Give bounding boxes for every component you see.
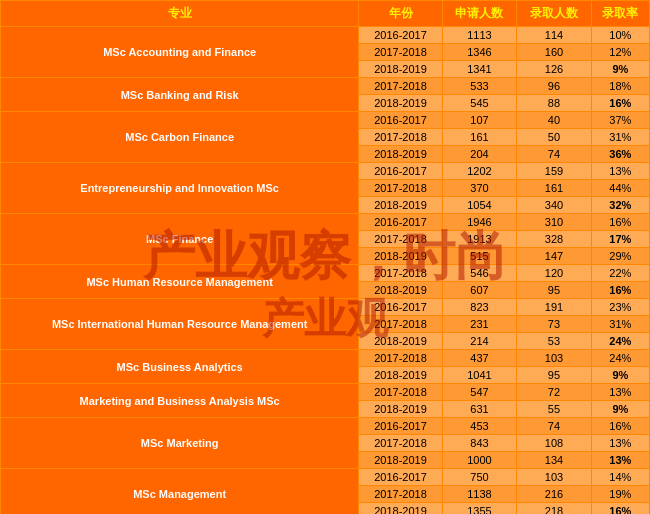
applied-cell: 204 [442, 146, 517, 163]
applied-cell: 370 [442, 180, 517, 197]
rate-cell: 44% [591, 180, 649, 197]
admitted-cell: 328 [517, 231, 592, 248]
rate-cell: 36% [591, 146, 649, 163]
year-cell: 2018-2019 [359, 503, 442, 515]
applied-cell: 843 [442, 435, 517, 452]
applied-cell: 1000 [442, 452, 517, 469]
year-cell: 2017-2018 [359, 435, 442, 452]
admitted-cell: 103 [517, 469, 592, 486]
program-name: Entrepreneurship and Innovation MSc [1, 163, 359, 214]
admitted-cell: 74 [517, 418, 592, 435]
admitted-cell: 160 [517, 44, 592, 61]
rate-cell: 12% [591, 44, 649, 61]
year-cell: 2018-2019 [359, 146, 442, 163]
admitted-cell: 108 [517, 435, 592, 452]
year-cell: 2017-2018 [359, 316, 442, 333]
rate-cell: 16% [591, 214, 649, 231]
applied-cell: 515 [442, 248, 517, 265]
rate-cell: 31% [591, 316, 649, 333]
year-cell: 2016-2017 [359, 214, 442, 231]
admitted-cell: 95 [517, 282, 592, 299]
year-cell: 2018-2019 [359, 248, 442, 265]
rate-cell: 16% [591, 282, 649, 299]
admitted-cell: 159 [517, 163, 592, 180]
year-cell: 2017-2018 [359, 265, 442, 282]
program-name: MSc Banking and Risk [1, 78, 359, 112]
applied-cell: 1346 [442, 44, 517, 61]
year-cell: 2016-2017 [359, 27, 442, 44]
admitted-cell: 55 [517, 401, 592, 418]
admitted-cell: 340 [517, 197, 592, 214]
rate-cell: 19% [591, 486, 649, 503]
admitted-cell: 134 [517, 452, 592, 469]
program-name: MSc Finance [1, 214, 359, 265]
applied-cell: 823 [442, 299, 517, 316]
rate-cell: 13% [591, 435, 649, 452]
year-cell: 2017-2018 [359, 350, 442, 367]
program-name: MSc Management [1, 469, 359, 515]
program-name: MSc Carbon Finance [1, 112, 359, 163]
year-cell: 2017-2018 [359, 78, 442, 95]
admitted-cell: 53 [517, 333, 592, 350]
rate-cell: 10% [591, 27, 649, 44]
admitted-cell: 40 [517, 112, 592, 129]
admitted-cell: 218 [517, 503, 592, 515]
year-cell: 2016-2017 [359, 163, 442, 180]
applied-cell: 545 [442, 95, 517, 112]
program-name: MSc Accounting and Finance [1, 27, 359, 78]
year-cell: 2018-2019 [359, 333, 442, 350]
applied-cell: 1054 [442, 197, 517, 214]
rate-cell: 16% [591, 418, 649, 435]
rate-cell: 37% [591, 112, 649, 129]
rate-cell: 24% [591, 350, 649, 367]
rate-cell: 13% [591, 452, 649, 469]
rate-cell: 9% [591, 61, 649, 78]
admitted-cell: 88 [517, 95, 592, 112]
year-cell: 2018-2019 [359, 401, 442, 418]
applied-cell: 750 [442, 469, 517, 486]
applied-cell: 1913 [442, 231, 517, 248]
year-cell: 2016-2017 [359, 469, 442, 486]
applied-cell: 161 [442, 129, 517, 146]
applied-cell: 214 [442, 333, 517, 350]
applied-cell: 453 [442, 418, 517, 435]
rate-cell: 29% [591, 248, 649, 265]
data-table: 专业 年份 申请人数 录取人数 录取率 MSc Accounting and F… [0, 0, 650, 514]
applied-cell: 631 [442, 401, 517, 418]
admitted-cell: 73 [517, 316, 592, 333]
year-cell: 2016-2017 [359, 112, 442, 129]
rate-cell: 22% [591, 265, 649, 282]
rate-cell: 16% [591, 95, 649, 112]
year-cell: 2018-2019 [359, 452, 442, 469]
applied-cell: 1041 [442, 367, 517, 384]
rate-cell: 9% [591, 401, 649, 418]
applied-cell: 437 [442, 350, 517, 367]
applied-cell: 231 [442, 316, 517, 333]
header-applied: 申请人数 [442, 1, 517, 27]
rate-cell: 13% [591, 163, 649, 180]
applied-cell: 533 [442, 78, 517, 95]
applied-cell: 107 [442, 112, 517, 129]
admitted-cell: 72 [517, 384, 592, 401]
rate-cell: 31% [591, 129, 649, 146]
rate-cell: 9% [591, 367, 649, 384]
year-cell: 2017-2018 [359, 384, 442, 401]
year-cell: 2018-2019 [359, 282, 442, 299]
rate-cell: 13% [591, 384, 649, 401]
admitted-cell: 114 [517, 27, 592, 44]
applied-cell: 1113 [442, 27, 517, 44]
admitted-cell: 120 [517, 265, 592, 282]
year-cell: 2018-2019 [359, 367, 442, 384]
year-cell: 2017-2018 [359, 231, 442, 248]
applied-cell: 607 [442, 282, 517, 299]
applied-cell: 547 [442, 384, 517, 401]
admitted-cell: 216 [517, 486, 592, 503]
program-name: MSc Business Analytics [1, 350, 359, 384]
program-name: MSc International Human Resource Managem… [1, 299, 359, 350]
admitted-cell: 161 [517, 180, 592, 197]
applied-cell: 1946 [442, 214, 517, 231]
year-cell: 2017-2018 [359, 180, 442, 197]
header-program: 专业 [1, 1, 359, 27]
admitted-cell: 310 [517, 214, 592, 231]
applied-cell: 1355 [442, 503, 517, 515]
